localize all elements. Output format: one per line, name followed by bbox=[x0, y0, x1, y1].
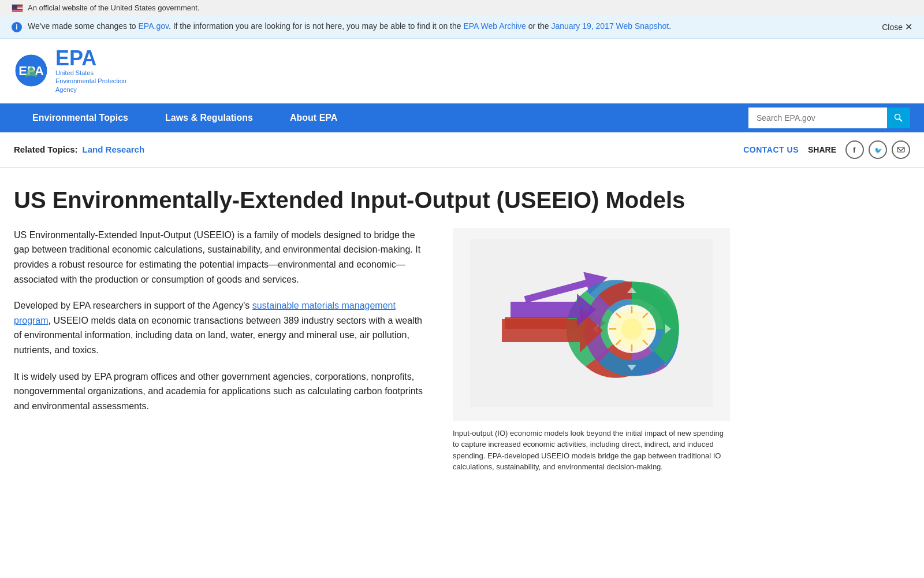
epa-emblem-icon: EPA bbox=[14, 53, 49, 88]
navigation: Environmental Topics Laws & Regulations … bbox=[0, 103, 924, 132]
paragraph-3: It is widely used by EPA program offices… bbox=[14, 369, 430, 414]
svg-text:f: f bbox=[853, 146, 856, 154]
info-icon: i bbox=[12, 22, 22, 32]
share-label: SHARE bbox=[808, 145, 836, 154]
paragraph-2: Developed by EPA researchers in support … bbox=[14, 298, 430, 357]
info-banner: i We've made some changes to EPA.gov. If… bbox=[0, 16, 924, 39]
gov-bar-text: An official website of the United States… bbox=[28, 3, 199, 12]
nav-laws-regulations[interactable]: Laws & Regulations bbox=[147, 103, 271, 132]
svg-point-2 bbox=[895, 114, 900, 119]
epa-gov-link[interactable]: EPA.gov bbox=[139, 21, 169, 31]
useeio-diagram bbox=[470, 239, 713, 407]
paragraph-1: US Environmentally-Extended Input-Output… bbox=[14, 228, 430, 287]
search-input[interactable] bbox=[748, 108, 887, 128]
us-flag-icon bbox=[12, 4, 23, 12]
search-container bbox=[748, 108, 910, 128]
content-text: US Environmentally-Extended Input-Output… bbox=[14, 228, 430, 425]
diagram-caption: Input-output (IO) economic models look b… bbox=[453, 428, 730, 473]
nav-items: Environmental Topics Laws & Regulations … bbox=[14, 103, 748, 132]
epa-text-block: EPA United States Environmental Protecti… bbox=[55, 48, 126, 94]
snapshot-link[interactable]: January 19, 2017 Web Snapshot bbox=[551, 21, 669, 31]
search-button[interactable] bbox=[887, 108, 910, 128]
svg-point-20 bbox=[621, 318, 642, 339]
content-image-area: Input-output (IO) economic models look b… bbox=[453, 228, 730, 473]
share-icons: f 🐦 bbox=[845, 140, 910, 159]
related-topics-left: Related Topics: Land Research bbox=[14, 144, 144, 154]
close-icon: ✕ bbox=[905, 21, 912, 32]
facebook-icon: f bbox=[851, 146, 859, 154]
epa-logo[interactable]: EPA EPA United States Environmental Prot… bbox=[14, 48, 126, 94]
facebook-share-button[interactable]: f bbox=[845, 140, 864, 159]
nav-environmental-topics[interactable]: Environmental Topics bbox=[14, 103, 147, 132]
contact-us-link[interactable]: CONTACT US bbox=[743, 145, 799, 154]
close-banner-button[interactable]: Close ✕ bbox=[882, 21, 912, 32]
svg-line-3 bbox=[900, 118, 903, 121]
page-title: US Environmentally-Extended Input-Output… bbox=[14, 186, 795, 214]
epa-full-name: United States Environmental Protection A… bbox=[55, 69, 126, 94]
search-icon bbox=[894, 113, 903, 123]
email-share-button[interactable] bbox=[892, 140, 910, 159]
diagram-container bbox=[453, 228, 730, 421]
header: EPA EPA United States Environmental Prot… bbox=[0, 39, 924, 103]
epa-archive-link[interactable]: EPA Web Archive bbox=[463, 21, 526, 31]
twitter-icon: 🐦 bbox=[874, 146, 882, 154]
info-banner-text: We've made some changes to EPA.gov. If t… bbox=[28, 21, 865, 31]
land-research-link[interactable]: Land Research bbox=[83, 144, 145, 154]
epa-acronym: EPA bbox=[55, 48, 126, 69]
email-icon bbox=[897, 146, 905, 154]
twitter-share-button[interactable]: 🐦 bbox=[869, 140, 887, 159]
main-content: US Environmentally-Extended Input-Output… bbox=[0, 168, 808, 491]
content-layout: US Environmentally-Extended Input-Output… bbox=[14, 228, 795, 473]
related-bar: Related Topics: Land Research CONTACT US… bbox=[0, 132, 924, 168]
related-label: Related Topics: bbox=[14, 144, 78, 154]
nav-about-epa[interactable]: About EPA bbox=[271, 103, 356, 132]
svg-text:🐦: 🐦 bbox=[874, 146, 882, 154]
related-topics-right: CONTACT US SHARE f 🐦 bbox=[743, 140, 910, 159]
gov-bar: An official website of the United States… bbox=[0, 0, 924, 16]
